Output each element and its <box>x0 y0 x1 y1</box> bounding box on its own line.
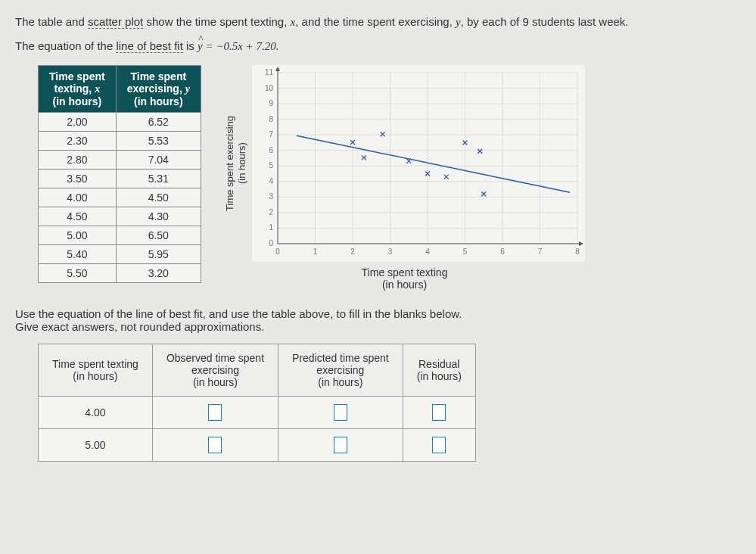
svg-text:1: 1 <box>269 223 274 232</box>
svg-text:4: 4 <box>425 247 430 256</box>
var-y: y <box>456 16 461 28</box>
answer-x: 4.00 <box>39 397 153 429</box>
cell-x: 2.30 <box>39 132 117 151</box>
residual-input[interactable] <box>432 404 446 421</box>
cell-x: 5.00 <box>39 226 117 245</box>
instruction-text: Use the equation of the line of best fit… <box>15 307 741 333</box>
h1c: (in hours) <box>53 95 102 107</box>
cell-x: 5.40 <box>39 245 117 264</box>
table-row: 3.505.31 <box>39 170 201 188</box>
col-header-x: Time spent texting, x (in hours) <box>39 66 117 113</box>
svg-text:8: 8 <box>269 115 274 123</box>
svg-text:3: 3 <box>269 192 274 201</box>
table-row: 5.503.20 <box>39 264 201 283</box>
data-table-body: 2.006.52 2.305.53 2.807.04 3.505.31 4.00… <box>39 113 201 283</box>
table-row: 2.006.52 <box>39 113 201 132</box>
svg-text:4: 4 <box>269 177 274 185</box>
svg-text:8: 8 <box>575 247 580 256</box>
eq-lhs: y <box>198 40 203 53</box>
svg-text:2: 2 <box>269 208 274 216</box>
intro-text: The table and scatter plot show the time… <box>15 15 741 29</box>
answer-cell <box>278 397 403 429</box>
table-row: 2.305.53 <box>39 132 201 151</box>
table-row: 4.004.50 <box>39 188 201 207</box>
answer-cell <box>278 429 403 462</box>
equation-text: The equation of the line of best fit is … <box>15 39 741 53</box>
h2var: y <box>185 83 190 95</box>
data-table: Time spent texting, x (in hours) Time sp… <box>38 65 201 283</box>
intro-part3: , and the time spent exercising, <box>295 15 456 28</box>
answer-x: 5.00 <box>39 429 153 462</box>
cell-x: 3.50 <box>39 170 117 188</box>
cell-y: 6.50 <box>116 226 201 245</box>
residual-input[interactable] <box>432 437 446 453</box>
intro-part1: The table and <box>15 15 88 28</box>
answer-cell <box>152 397 278 429</box>
blank-h1: Time spent texting(in hours) <box>39 344 153 397</box>
svg-text:5: 5 <box>463 247 468 256</box>
table-row: 5.405.95 <box>39 245 201 264</box>
eq-part2: is <box>183 39 198 52</box>
scatter-plot-link[interactable]: scatter plot <box>88 15 143 29</box>
y-axis-label: Time spent exercising(in hours) <box>224 116 247 211</box>
h1b: texting, <box>54 82 95 95</box>
observed-input[interactable] <box>208 404 222 421</box>
bh: exercising <box>316 364 364 376</box>
bh: Time spent texting <box>52 358 138 370</box>
line-of-best-fit-link[interactable]: line of best fit <box>116 39 182 53</box>
table-row: 4.504.30 <box>39 207 201 226</box>
svg-text:1: 1 <box>313 247 318 256</box>
svg-text:6: 6 <box>500 247 505 256</box>
svg-marker-45 <box>579 241 583 246</box>
scatter-chart: Time spent exercising(in hours) 01234567… <box>224 65 585 291</box>
cell-y: 5.31 <box>116 170 201 188</box>
svg-text:2: 2 <box>350 247 355 256</box>
svg-text:0: 0 <box>269 239 274 247</box>
cell-x: 4.50 <box>39 207 117 226</box>
svg-text:10: 10 <box>265 84 274 92</box>
svg-text:7: 7 <box>269 130 274 138</box>
cell-y: 3.20 <box>116 264 201 283</box>
svg-marker-44 <box>275 67 280 71</box>
answer-row: 4.00 <box>39 397 476 429</box>
svg-text:9: 9 <box>269 99 274 107</box>
bh: (in hours) <box>73 370 117 382</box>
scatter-plot-svg: 01234567801234567891011 <box>252 65 585 262</box>
instruct-line2: Give exact answers, not rounded approxim… <box>15 320 264 333</box>
xlabel-text: Time spent texting(in hours) <box>362 266 448 291</box>
bh: Predicted time spent <box>292 352 389 364</box>
col-header-y: Time spent exercising, y (in hours) <box>116 66 201 113</box>
cell-x: 5.50 <box>39 264 117 283</box>
cell-y: 5.53 <box>116 132 201 151</box>
bh: (in hours) <box>318 376 362 388</box>
h2b: exercising, <box>127 82 185 95</box>
svg-text:11: 11 <box>265 68 274 76</box>
answer-cell <box>152 429 278 462</box>
cell-y: 5.95 <box>116 245 201 264</box>
predicted-input[interactable] <box>334 404 347 421</box>
cell-y: 4.30 <box>116 207 201 226</box>
answer-row: 5.00 <box>39 429 476 462</box>
answer-cell <box>403 429 475 462</box>
blank-h2: Observed time spentexercising(in hours) <box>152 344 278 397</box>
bh: Residual <box>418 358 459 370</box>
eq-part1: The equation of the <box>15 39 116 52</box>
cell-y: 7.04 <box>116 151 201 170</box>
eq-rhs: = −0.5x + 7.20. <box>203 40 279 52</box>
bh: (in hours) <box>193 376 238 388</box>
h1a: Time spent <box>49 70 105 82</box>
intro-part4: , by each of 9 students last week. <box>461 15 629 28</box>
x-axis-label: Time spent texting(in hours) <box>362 266 448 291</box>
predicted-input[interactable] <box>334 437 347 453</box>
cell-x: 2.00 <box>39 113 117 132</box>
bh: exercising <box>191 364 239 376</box>
observed-input[interactable] <box>208 437 222 453</box>
h2c: (in hours) <box>134 95 183 107</box>
cell-y: 4.50 <box>116 188 201 207</box>
cell-y: 6.52 <box>116 113 201 132</box>
h2a: Time spent <box>130 70 186 82</box>
table-row: 2.807.04 <box>39 151 201 170</box>
svg-text:7: 7 <box>538 247 543 256</box>
cell-x: 2.80 <box>39 151 117 170</box>
answer-table: Time spent texting(in hours) Observed ti… <box>38 344 476 462</box>
